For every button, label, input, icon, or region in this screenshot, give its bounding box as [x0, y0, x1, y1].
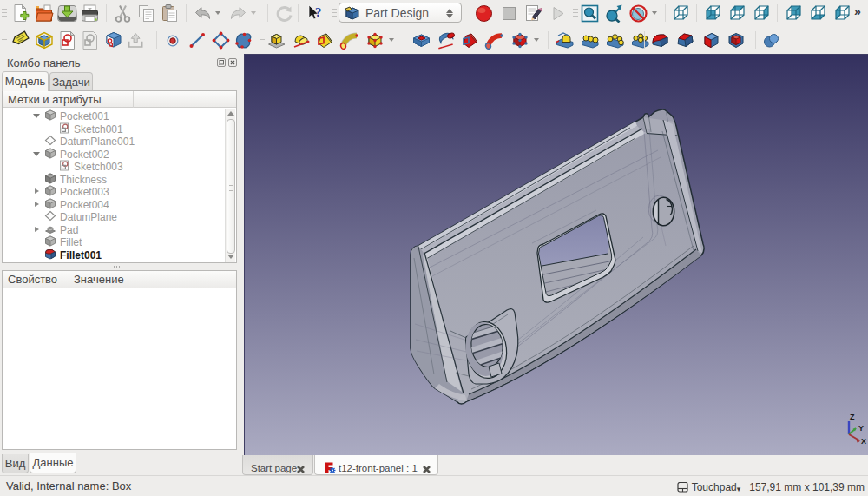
svg-text:Z: Z	[850, 413, 855, 421]
svg-text:Y: Y	[858, 424, 864, 433]
svg-text:X: X	[861, 437, 866, 446]
svg-text:?: ?	[315, 5, 322, 19]
